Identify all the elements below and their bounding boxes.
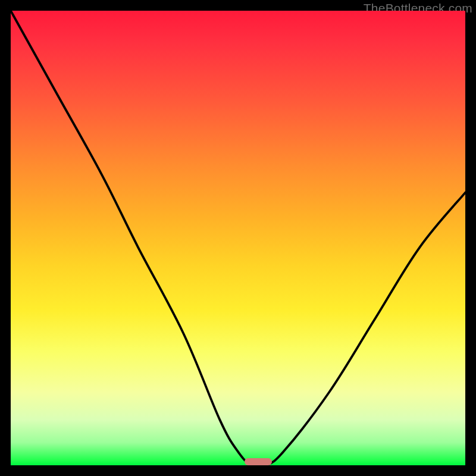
minimum-marker [245,458,272,465]
bottleneck-curve [11,11,465,465]
chart-frame: TheBottleneck.com [0,0,476,476]
plot-area [11,11,465,465]
